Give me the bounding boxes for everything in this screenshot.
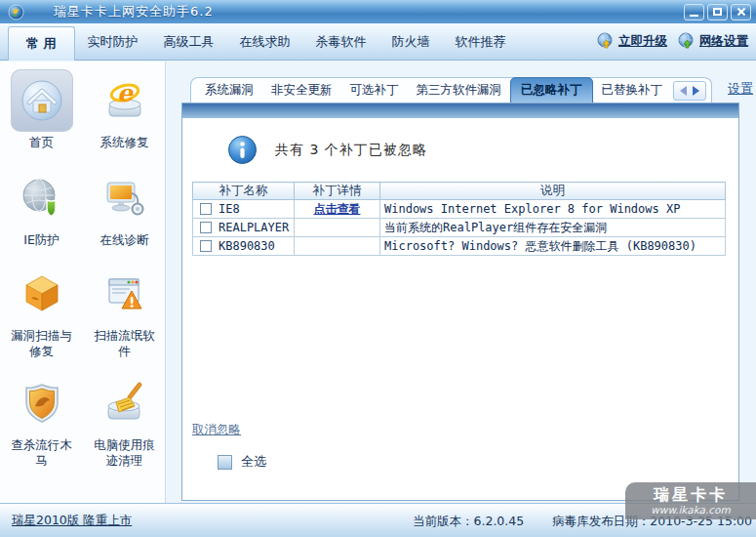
watermark-title: 瑞星卡卡 <box>625 484 756 505</box>
main-content: 系统漏洞 非安全更新 可选补丁 第三方软件漏洞 已忽略补丁 已替换补丁 设置 <box>167 62 756 503</box>
network-settings-label: 网络设置 <box>699 33 748 50</box>
sidebar-label-trojan-scan: 查杀流行木马 <box>8 437 76 469</box>
sidebar-label-home: 首页 <box>8 135 76 150</box>
system-repair-icon: e <box>102 78 147 123</box>
patch-description: 当前系统的RealPlayer组件存在安全漏洞 <box>384 221 607 234</box>
row-checkbox[interactable] <box>200 240 212 252</box>
upgrade-now-label: 立即升级 <box>618 33 667 50</box>
close-button[interactable] <box>731 4 751 21</box>
sidebar-label-trace-clean: 电脑使用痕迹清理 <box>91 437 159 469</box>
view-details-link[interactable]: 点击查看 <box>314 202 361 216</box>
sidebar-item-ie-protection[interactable]: IE防护 <box>8 167 76 263</box>
close-icon <box>736 7 746 17</box>
menu-bar: 常 用 实时防护 高级工具 在线求助 杀毒软件 防火墙 软件推荐 立即升级 <box>0 23 756 61</box>
sidebar-item-malware-scan[interactable]: 扫描流氓软件 <box>91 263 159 372</box>
patch-name: KB890830 <box>219 239 275 253</box>
sidebar-item-online-diagnosis[interactable]: 在线诊断 <box>91 167 159 263</box>
patch-name: IE8 <box>219 202 240 216</box>
malware-scan-icon <box>102 271 147 316</box>
menu-item-common[interactable]: 常 用 <box>8 26 75 61</box>
sidebar-label-ie-protection: IE防护 <box>8 232 76 248</box>
table-header-row: 补丁名称 补丁详情 说明 <box>193 183 726 200</box>
upgrade-now-link[interactable]: 立即升级 <box>596 32 667 51</box>
sidebar-item-home[interactable]: 首页 <box>8 69 76 167</box>
title-bar: 瑞星卡卡上网安全助手6.2 <box>0 0 756 23</box>
tab-scroll-buttons <box>673 81 706 101</box>
row-checkbox[interactable] <box>200 222 212 233</box>
tab-optional-patches[interactable]: 可选补丁 <box>341 78 408 103</box>
sidebar-label-vulnerability-scan: 漏洞扫描与修复 <box>8 328 76 359</box>
info-icon <box>227 135 258 165</box>
tab-thirdparty-vulnerabilities[interactable]: 第三方软件漏洞 <box>408 78 511 103</box>
summary-text: 共有 3 个补丁已被忽略 <box>275 142 427 159</box>
scroll-left-icon[interactable] <box>680 86 687 96</box>
header-description: 说明 <box>380 183 726 200</box>
sidebar-item-vulnerability-scan[interactable]: 漏洞扫描与修复 <box>8 263 76 372</box>
window-title: 瑞星卡卡上网安全助手6.2 <box>54 3 214 21</box>
table-row: REALPLAYER 当前系统的RealPlayer组件存在安全漏洞 <box>193 219 726 237</box>
ikaka-watermark: 瑞星卡卡 www.ikaka.com <box>625 482 756 519</box>
menu-item-software-recommend[interactable]: 软件推荐 <box>443 33 519 51</box>
online-diagnosis-icon <box>102 176 147 221</box>
home-icon <box>20 78 64 123</box>
settings-link[interactable]: 设置 <box>728 80 753 98</box>
patch-table: 补丁名称 补丁详情 说明 IE8 点击查看 Windows Internet E… <box>192 182 726 256</box>
scroll-right-icon[interactable] <box>693 86 699 96</box>
minimize-icon <box>690 15 698 17</box>
trojan-scan-icon <box>20 381 64 426</box>
tab-unsafe-updates[interactable]: 非安全更新 <box>262 78 341 103</box>
tab-replaced-patches[interactable]: 已替换补丁 <box>593 78 672 103</box>
row-checkbox[interactable] <box>200 203 212 215</box>
patch-description: Microsoft? Windows? 恶意软件删除工具 (KB890830) <box>384 239 696 253</box>
tab-system-vulnerabilities[interactable]: 系统漏洞 <box>196 78 262 103</box>
tab-ignored-patches[interactable]: 已忽略补丁 <box>510 77 593 103</box>
svg-text:e: e <box>117 79 135 107</box>
ignored-patches-panel: 共有 3 个补丁已被忽略 补丁名称 补丁详情 说明 IE8 点击查看 Windo… <box>181 103 739 501</box>
sidebar-label-malware-scan: 扫描流氓软件 <box>91 328 159 359</box>
select-all-label: 全选 <box>241 453 266 471</box>
watermark-url: www.ikaka.com <box>625 505 756 516</box>
app-logo-icon <box>8 4 24 21</box>
network-settings-link[interactable]: 网络设置 <box>677 32 748 51</box>
minimize-button[interactable] <box>684 4 704 21</box>
patch-description: Windows Internet Explorer 8 for Windows … <box>384 202 680 216</box>
vulnerability-scan-icon <box>20 271 64 316</box>
app-window: 瑞星卡卡上网安全助手6.2 常 用 实时防护 高级工具 在线求助 杀毒软件 防火… <box>0 0 756 537</box>
menu-item-realtime-protection[interactable]: 实时防护 <box>75 33 151 51</box>
trace-clean-icon <box>102 381 147 426</box>
maximize-icon <box>713 8 722 16</box>
globe-network-icon <box>677 32 696 51</box>
sidebar: 首页 e 系统修复 <box>0 62 166 503</box>
sidebar-label-online-diagnosis: 在线诊断 <box>91 232 159 248</box>
patch-tabstrip: 系统漏洞 非安全更新 可选补丁 第三方软件漏洞 已忽略补丁 已替换补丁 设置 <box>190 77 753 103</box>
sidebar-item-trace-clean[interactable]: 电脑使用痕迹清理 <box>91 372 159 474</box>
maximize-button[interactable] <box>707 4 728 21</box>
header-patch-details: 补丁详情 <box>295 183 380 200</box>
ie-protection-icon <box>20 176 64 221</box>
panel-header-band <box>182 103 738 118</box>
menu-item-firewall[interactable]: 防火墙 <box>379 33 443 51</box>
table-row: KB890830 Microsoft? Windows? 恶意软件删除工具 (K… <box>193 237 726 256</box>
menu-item-antivirus[interactable]: 杀毒软件 <box>303 33 379 51</box>
sidebar-label-system-repair: 系统修复 <box>91 135 159 150</box>
menu-item-online-help[interactable]: 在线求助 <box>227 33 303 51</box>
header-patch-name: 补丁名称 <box>193 183 295 200</box>
sidebar-item-system-repair[interactable]: e 系统修复 <box>91 69 159 167</box>
cancel-ignore-link[interactable]: 取消忽略 <box>192 422 241 438</box>
summary-row: 共有 3 个补丁已被忽略 <box>227 135 427 165</box>
select-all-checkbox[interactable] <box>218 455 232 470</box>
select-all-row: 全选 <box>218 453 266 471</box>
patch-name: REALPLAYER <box>219 221 289 234</box>
sidebar-item-trojan-scan[interactable]: 查杀流行木马 <box>8 372 76 474</box>
promo-link[interactable]: 瑞星2010版 隆重上市 <box>12 513 132 529</box>
table-row: IE8 点击查看 Windows Internet Explorer 8 for… <box>193 200 726 219</box>
menu-item-advanced-tools[interactable]: 高级工具 <box>151 33 227 51</box>
globe-upgrade-icon <box>596 32 615 51</box>
version-text: 当前版本：6.2.0.45 <box>413 514 524 530</box>
